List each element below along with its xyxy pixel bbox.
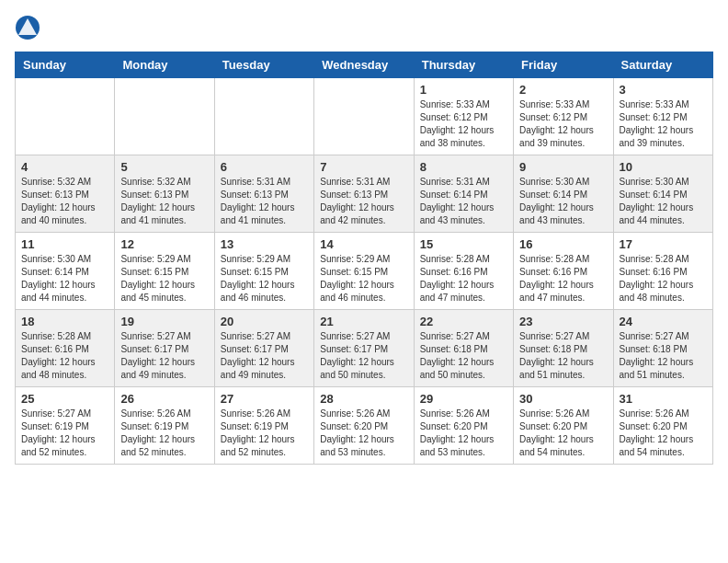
day-number: 11 <box>21 237 108 251</box>
day-of-week-header: Wednesday <box>314 52 414 78</box>
day-info: Sunrise: 5:29 AM Sunset: 6:15 PM Dayligh… <box>120 253 208 304</box>
day-number: 21 <box>320 315 407 328</box>
day-info: Sunrise: 5:26 AM Sunset: 6:20 PM Dayligh… <box>420 408 507 459</box>
logo <box>15 15 44 40</box>
day-info: Sunrise: 5:27 AM Sunset: 6:17 PM Dayligh… <box>320 330 407 382</box>
day-info: Sunrise: 5:28 AM Sunset: 6:16 PM Dayligh… <box>21 330 108 382</box>
day-number: 29 <box>420 392 507 406</box>
day-number: 1 <box>420 83 507 97</box>
calendar-cell: 16Sunrise: 5:28 AM Sunset: 6:16 PM Dayli… <box>514 233 613 310</box>
day-info: Sunrise: 5:26 AM Sunset: 6:19 PM Dayligh… <box>221 408 308 459</box>
day-info: Sunrise: 5:28 AM Sunset: 6:16 PM Dayligh… <box>420 253 507 304</box>
calendar-week-row: 25Sunrise: 5:27 AM Sunset: 6:19 PM Dayli… <box>16 387 713 465</box>
calendar-cell <box>16 78 115 155</box>
day-info: Sunrise: 5:27 AM Sunset: 6:18 PM Dayligh… <box>420 330 507 382</box>
day-info: Sunrise: 5:33 AM Sunset: 6:12 PM Dayligh… <box>620 98 707 150</box>
day-number: 23 <box>519 315 607 328</box>
calendar-cell <box>314 78 414 155</box>
day-number: 13 <box>221 237 308 251</box>
calendar-cell <box>214 78 313 155</box>
calendar-cell: 23Sunrise: 5:27 AM Sunset: 6:18 PM Dayli… <box>514 310 613 387</box>
day-info: Sunrise: 5:26 AM Sunset: 6:19 PM Dayligh… <box>120 408 208 459</box>
day-of-week-header: Monday <box>115 52 214 78</box>
day-of-week-header: Saturday <box>613 52 712 78</box>
day-number: 22 <box>420 315 507 328</box>
day-of-week-header: Friday <box>514 52 613 78</box>
calendar-cell: 3Sunrise: 5:33 AM Sunset: 6:12 PM Daylig… <box>613 78 712 155</box>
calendar-cell: 2Sunrise: 5:33 AM Sunset: 6:12 PM Daylig… <box>514 78 613 155</box>
calendar-cell: 25Sunrise: 5:27 AM Sunset: 6:19 PM Dayli… <box>16 387 115 465</box>
day-info: Sunrise: 5:27 AM Sunset: 6:17 PM Dayligh… <box>221 330 308 382</box>
calendar-cell: 21Sunrise: 5:27 AM Sunset: 6:17 PM Dayli… <box>314 310 414 387</box>
calendar-cell: 28Sunrise: 5:26 AM Sunset: 6:20 PM Dayli… <box>314 387 414 465</box>
calendar-cell: 13Sunrise: 5:29 AM Sunset: 6:15 PM Dayli… <box>214 233 313 310</box>
calendar-cell: 15Sunrise: 5:28 AM Sunset: 6:16 PM Dayli… <box>414 233 513 310</box>
page-header <box>15 15 713 40</box>
day-number: 18 <box>21 315 108 328</box>
day-number: 19 <box>120 315 208 328</box>
day-info: Sunrise: 5:32 AM Sunset: 6:13 PM Dayligh… <box>21 176 108 227</box>
calendar-header-row: SundayMondayTuesdayWednesdayThursdayFrid… <box>16 52 713 78</box>
day-number: 16 <box>519 237 607 251</box>
calendar-cell: 11Sunrise: 5:30 AM Sunset: 6:14 PM Dayli… <box>16 233 115 310</box>
day-number: 8 <box>420 160 507 174</box>
calendar-cell: 6Sunrise: 5:31 AM Sunset: 6:13 PM Daylig… <box>214 155 313 233</box>
day-info: Sunrise: 5:29 AM Sunset: 6:15 PM Dayligh… <box>320 253 407 304</box>
calendar-cell: 19Sunrise: 5:27 AM Sunset: 6:17 PM Dayli… <box>115 310 214 387</box>
calendar-cell: 5Sunrise: 5:32 AM Sunset: 6:13 PM Daylig… <box>115 155 214 233</box>
calendar-week-row: 4Sunrise: 5:32 AM Sunset: 6:13 PM Daylig… <box>16 155 713 233</box>
calendar-cell: 7Sunrise: 5:31 AM Sunset: 6:13 PM Daylig… <box>314 155 414 233</box>
day-info: Sunrise: 5:31 AM Sunset: 6:14 PM Dayligh… <box>420 176 507 227</box>
calendar-cell: 17Sunrise: 5:28 AM Sunset: 6:16 PM Dayli… <box>613 233 712 310</box>
day-number: 17 <box>620 237 707 251</box>
day-number: 27 <box>221 392 308 406</box>
day-info: Sunrise: 5:27 AM Sunset: 6:18 PM Dayligh… <box>620 330 707 382</box>
calendar-cell: 20Sunrise: 5:27 AM Sunset: 6:17 PM Dayli… <box>214 310 313 387</box>
day-info: Sunrise: 5:30 AM Sunset: 6:14 PM Dayligh… <box>620 176 707 227</box>
day-number: 12 <box>120 237 208 251</box>
day-info: Sunrise: 5:26 AM Sunset: 6:20 PM Dayligh… <box>320 408 407 459</box>
day-number: 26 <box>120 392 208 406</box>
day-number: 10 <box>620 160 707 174</box>
calendar-cell: 27Sunrise: 5:26 AM Sunset: 6:19 PM Dayli… <box>214 387 313 465</box>
logo-icon <box>15 15 40 40</box>
day-info: Sunrise: 5:33 AM Sunset: 6:12 PM Dayligh… <box>420 98 507 150</box>
day-number: 15 <box>420 237 507 251</box>
day-number: 25 <box>21 392 108 406</box>
calendar-cell: 26Sunrise: 5:26 AM Sunset: 6:19 PM Dayli… <box>115 387 214 465</box>
day-number: 2 <box>519 83 607 97</box>
day-info: Sunrise: 5:32 AM Sunset: 6:13 PM Dayligh… <box>120 176 208 227</box>
day-info: Sunrise: 5:27 AM Sunset: 6:19 PM Dayligh… <box>21 408 108 459</box>
day-number: 5 <box>120 160 208 174</box>
day-number: 3 <box>620 83 707 97</box>
day-info: Sunrise: 5:30 AM Sunset: 6:14 PM Dayligh… <box>519 176 607 227</box>
day-info: Sunrise: 5:31 AM Sunset: 6:13 PM Dayligh… <box>221 176 308 227</box>
calendar-cell: 14Sunrise: 5:29 AM Sunset: 6:15 PM Dayli… <box>314 233 414 310</box>
day-info: Sunrise: 5:27 AM Sunset: 6:17 PM Dayligh… <box>120 330 208 382</box>
day-number: 4 <box>21 160 108 174</box>
calendar-cell: 12Sunrise: 5:29 AM Sunset: 6:15 PM Dayli… <box>115 233 214 310</box>
calendar-cell: 1Sunrise: 5:33 AM Sunset: 6:12 PM Daylig… <box>414 78 513 155</box>
day-info: Sunrise: 5:28 AM Sunset: 6:16 PM Dayligh… <box>519 253 607 304</box>
day-number: 30 <box>519 392 607 406</box>
day-info: Sunrise: 5:30 AM Sunset: 6:14 PM Dayligh… <box>21 253 108 304</box>
day-number: 14 <box>320 237 407 251</box>
day-of-week-header: Tuesday <box>214 52 313 78</box>
calendar-cell: 24Sunrise: 5:27 AM Sunset: 6:18 PM Dayli… <box>613 310 712 387</box>
day-number: 24 <box>620 315 707 328</box>
day-of-week-header: Sunday <box>16 52 115 78</box>
day-info: Sunrise: 5:28 AM Sunset: 6:16 PM Dayligh… <box>620 253 707 304</box>
calendar-cell <box>115 78 214 155</box>
calendar-table: SundayMondayTuesdayWednesdayThursdayFrid… <box>15 52 713 465</box>
day-of-week-header: Thursday <box>414 52 513 78</box>
calendar-week-row: 18Sunrise: 5:28 AM Sunset: 6:16 PM Dayli… <box>16 310 713 387</box>
calendar-cell: 22Sunrise: 5:27 AM Sunset: 6:18 PM Dayli… <box>414 310 513 387</box>
day-number: 20 <box>221 315 308 328</box>
day-number: 9 <box>519 160 607 174</box>
calendar-week-row: 1Sunrise: 5:33 AM Sunset: 6:12 PM Daylig… <box>16 78 713 155</box>
day-info: Sunrise: 5:27 AM Sunset: 6:18 PM Dayligh… <box>519 330 607 382</box>
calendar-week-row: 11Sunrise: 5:30 AM Sunset: 6:14 PM Dayli… <box>16 233 713 310</box>
calendar-cell: 31Sunrise: 5:26 AM Sunset: 6:20 PM Dayli… <box>613 387 712 465</box>
calendar-cell: 8Sunrise: 5:31 AM Sunset: 6:14 PM Daylig… <box>414 155 513 233</box>
day-info: Sunrise: 5:26 AM Sunset: 6:20 PM Dayligh… <box>620 408 707 459</box>
